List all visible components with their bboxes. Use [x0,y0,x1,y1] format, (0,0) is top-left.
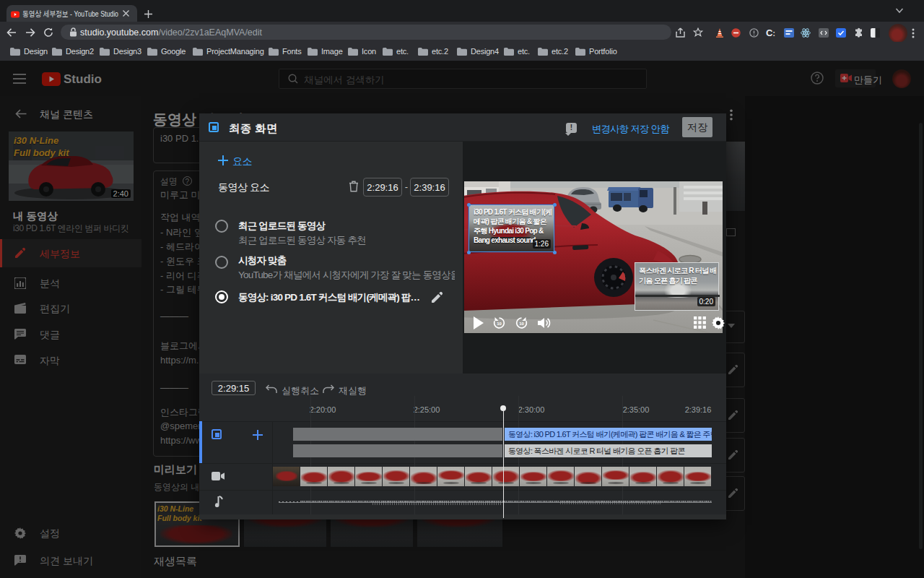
svg-text:10: 10 [519,322,524,326]
svg-text:10: 10 [497,322,502,326]
